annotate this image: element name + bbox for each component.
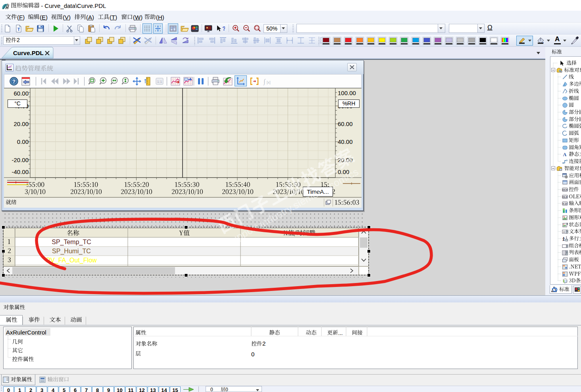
svg-text:A: A (562, 238, 565, 242)
svg-text:OCX: OCX (562, 188, 568, 191)
svg-text:0.12: 0.12 (563, 203, 567, 205)
svg-text:[x]: [x] (267, 80, 271, 84)
svg-text:A: A (563, 152, 566, 158)
svg-text:?: ? (12, 78, 15, 84)
svg-text:10: 10 (563, 231, 566, 233)
svg-text:T: T (17, 27, 20, 32)
svg-text:?: ? (222, 25, 225, 32)
svg-text:OLE: OLE (562, 195, 568, 198)
svg-text:1:1: 1:1 (157, 80, 162, 84)
svg-text:∫: ∫ (263, 78, 266, 86)
